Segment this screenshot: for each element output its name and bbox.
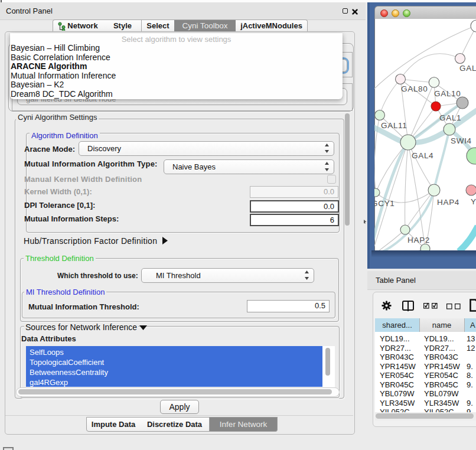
svg-text:HAP2: HAP2 — [407, 236, 430, 244]
svg-text:GAL10: GAL10 — [434, 89, 461, 98]
svg-text:GAL4: GAL4 — [412, 151, 433, 160]
svg-text:GCY1: GCY1 — [374, 199, 395, 208]
svg-text:GAL11: GAL11 — [381, 121, 407, 130]
svg-text:SWI4: SWI4 — [451, 136, 472, 145]
svg-text:GAL7: GAL7 — [459, 64, 476, 73]
svg-text:GAL1: GAL1 — [439, 113, 461, 122]
svg-text:HAP4: HAP4 — [437, 198, 459, 207]
svg-text:GAL80: GAL80 — [401, 84, 428, 93]
svg-text:Y: Y — [471, 197, 476, 206]
